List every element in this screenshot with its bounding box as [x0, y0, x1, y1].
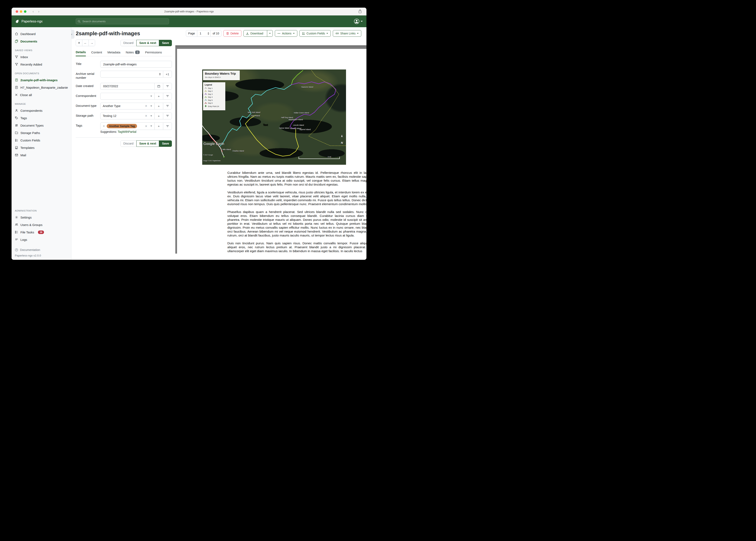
sidebar-item-dashboard[interactable]: Dashboard	[12, 30, 71, 38]
step-up-icon[interactable]	[159, 73, 161, 74]
asn-input[interactable]	[103, 72, 157, 76]
sidebar-item-recently-added[interactable]: Recently Added	[12, 61, 71, 68]
save-button-bottom[interactable]: Save	[159, 140, 172, 147]
minimize-window-button[interactable]	[20, 10, 22, 13]
chevron-down-icon[interactable]	[150, 126, 152, 127]
document-type-label: Document type	[76, 103, 100, 108]
map-legend: Legend Day 1Day 2Day 3Day 4Day 5Day 6Ent…	[203, 82, 225, 110]
page-stepper[interactable]	[208, 32, 209, 35]
sidebar-item-open-doc-1[interactable]: 2sample-pdf-with-images	[12, 76, 71, 84]
sidebar-item-custom-fields[interactable]: Custom Fields	[12, 137, 71, 144]
close-window-button[interactable]	[16, 10, 18, 13]
discard-button[interactable]: Discard	[120, 40, 136, 46]
suggestion-tag-link[interactable]: TagWithPartial	[118, 130, 136, 133]
next-document-button[interactable]: →	[89, 40, 95, 46]
pdf-viewer-frame[interactable]: Hausons IslandNew York IslandGary Island…	[175, 45, 366, 254]
chevron-down-icon[interactable]	[150, 116, 152, 117]
sidebar-item-inbox[interactable]: Inbox	[12, 53, 71, 61]
actions-button[interactable]: ⋯ Actions	[275, 30, 297, 37]
text-lines-icon	[15, 238, 18, 241]
hash-icon	[15, 124, 18, 127]
chevron-down-icon[interactable]	[150, 96, 152, 97]
clear-icon[interactable]: ✕	[145, 125, 147, 128]
sidebar-item-label: Custom Fields	[20, 139, 40, 142]
sidebar-item-storage-paths[interactable]: Storage Paths	[12, 129, 71, 137]
title-field-label: Title	[76, 61, 100, 66]
storage-path-select[interactable]: Testing 12 ✕	[100, 113, 154, 119]
zoom-window-button[interactable]	[24, 10, 26, 13]
tags-filter-button[interactable]	[163, 123, 172, 130]
step-down-icon[interactable]	[159, 74, 161, 75]
custom-fields-button[interactable]: Custom Fields	[299, 30, 331, 37]
sidebar-item-file-tasks[interactable]: File Tasks 16	[12, 229, 71, 236]
pdf-page: Hausons IslandNew York IslandGary Island…	[177, 49, 366, 254]
clear-icon[interactable]: ✕	[145, 104, 147, 108]
sidebar-item-documents[interactable]: Documents	[12, 38, 71, 45]
tab-notes[interactable]: Notes 1	[126, 50, 140, 56]
chevron-down-icon[interactable]	[150, 106, 152, 107]
title-input[interactable]	[103, 63, 169, 66]
correspondent-filter-button[interactable]	[163, 93, 172, 99]
delete-button[interactable]: Delete	[223, 30, 241, 37]
clear-icon[interactable]: ✕	[145, 114, 147, 118]
google-earth-logo: Google Earth	[203, 142, 224, 146]
sidebar-collapse-button[interactable]: «	[71, 30, 74, 39]
download-dropdown[interactable]	[267, 30, 273, 37]
tab-details[interactable]: Details	[76, 50, 86, 56]
previous-document-button[interactable]: ←	[82, 40, 89, 46]
add-storage-path-button[interactable]: +	[154, 113, 163, 119]
storage-path-filter-button[interactable]	[163, 113, 172, 119]
sidebar-item-open-doc-2[interactable]: H7_Napoleon_Bonaparte_zadanie	[12, 84, 71, 91]
list-tasks-icon	[15, 231, 18, 234]
sidebar-item-correspondents[interactable]: Correspondents	[12, 107, 71, 114]
documentation-link[interactable]: Documentation	[15, 248, 68, 252]
discard-button-bottom[interactable]: Discard	[120, 140, 136, 147]
sidebar-item-close-all[interactable]: Close all	[12, 91, 71, 99]
sidebar-item-tags[interactable]: Tags	[12, 114, 71, 122]
add-document-type-button[interactable]: +	[154, 103, 163, 109]
page-number-input[interactable]: 1	[197, 30, 211, 37]
add-tag-button[interactable]: +	[154, 123, 163, 130]
sidebar-item-mail[interactable]: Mail	[12, 151, 71, 159]
back-icon[interactable]: ‹	[33, 10, 34, 13]
close-document-button[interactable]: ✕	[76, 40, 82, 46]
remove-tag-icon[interactable]: ✕	[103, 125, 105, 128]
document-type-select[interactable]: Another Type ✕	[100, 103, 154, 109]
save-next-button-bottom[interactable]: Save & next	[136, 140, 159, 147]
date-filter-button[interactable]	[163, 83, 172, 90]
correspondent-select[interactable]	[100, 93, 154, 99]
delete-label: Delete	[230, 32, 239, 35]
search-input[interactable]	[82, 20, 167, 23]
sidebar-item-users-groups[interactable]: Users & Groups	[12, 221, 71, 229]
save-button[interactable]: Save	[159, 40, 172, 46]
user-menu[interactable]	[354, 19, 363, 24]
sidebar-item-settings[interactable]: Settings	[12, 214, 71, 221]
sidebar-item-logs[interactable]: Logs	[12, 236, 71, 243]
share-links-button[interactable]: Share Links	[333, 30, 361, 37]
calendar-button[interactable]	[154, 83, 163, 90]
date-created-input[interactable]	[103, 84, 152, 88]
save-next-button[interactable]: Save & next	[136, 40, 159, 46]
forward-icon[interactable]: ›	[38, 10, 39, 13]
tab-content[interactable]: Content	[91, 50, 102, 56]
tab-permissions[interactable]: Permissions	[145, 50, 162, 56]
step-down-icon[interactable]	[208, 34, 209, 35]
search-bar[interactable]	[76, 18, 169, 24]
share-icon[interactable]	[358, 9, 362, 14]
leaf-logo-icon	[15, 19, 19, 24]
add-correspondent-button[interactable]: +	[154, 93, 163, 99]
asn-stepper[interactable]	[159, 73, 161, 75]
document-type-filter-button[interactable]	[163, 103, 172, 109]
sidebar-item-templates[interactable]: Templates	[12, 144, 71, 151]
tab-metadata[interactable]: Metadata	[107, 50, 120, 56]
map-subtitle: Six days in BWCA	[205, 76, 238, 78]
legend-item: Entry Point 24	[205, 105, 224, 108]
download-button[interactable]: Download	[243, 30, 273, 37]
route-marker-icon	[205, 102, 207, 104]
step-up-icon[interactable]	[208, 32, 209, 33]
brand[interactable]: Paperless-ngx	[15, 19, 43, 24]
asn-plus-one-button[interactable]: +1	[163, 71, 172, 77]
tag-pill[interactable]: Another Sample Tag	[107, 124, 137, 128]
sidebar-item-document-types[interactable]: Document Types	[12, 122, 71, 129]
tags-select[interactable]: ✕ Another Sample Tag ✕	[100, 123, 154, 130]
